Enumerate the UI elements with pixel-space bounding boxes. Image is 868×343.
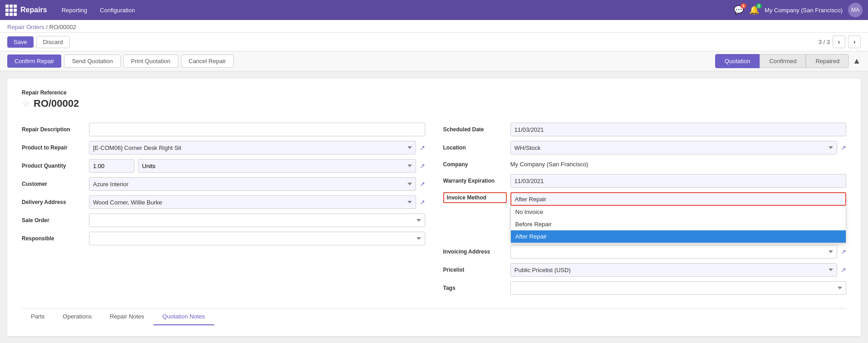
send-quotation-button[interactable]: Send Quotation (64, 55, 120, 68)
grid-icon (5, 5, 17, 16)
warranty-expiration-row: Warranty Expiration (443, 172, 847, 190)
pricelist-select[interactable]: Public Pricelist (USD) (510, 263, 838, 277)
unit-external-link-icon[interactable]: ↗ (420, 162, 425, 169)
delivery-address-row: Delivery Address Wood Corner, Willie Bur… (22, 193, 425, 211)
notifications-badge: 5 (740, 3, 746, 9)
breadcrumb-parent[interactable]: Repair Orders (7, 24, 44, 30)
tab-repair-notes[interactable]: Repair Notes (101, 308, 153, 325)
product-qty-input[interactable] (89, 159, 134, 173)
invoice-method-label: Invoice Method (443, 192, 507, 203)
repair-description-row: Repair Description (22, 120, 425, 139)
avatar[interactable]: MA (848, 3, 863, 17)
location-external-link-icon[interactable]: ↗ (841, 144, 846, 151)
invoicing-address-row: Invoicing Address ↗ (443, 243, 847, 261)
repair-ref-number: RO/00002 (34, 98, 79, 109)
product-to-repair-select[interactable]: [E-COM06] Corner Desk Right Sit (89, 141, 416, 154)
pagination: 3 / 3 ‹ › (819, 35, 861, 48)
app-brand[interactable]: Repairs (5, 5, 47, 16)
save-toolbar: Save Discard 3 / 3 ‹ › (0, 33, 868, 51)
company-name: My Company (San Francisco) (765, 7, 843, 14)
tabs-area: Parts Operations Repair Notes Quotation … (22, 308, 846, 325)
invoice-method-row: Invoice Method After Repair No Invoice B… (443, 190, 847, 208)
pricelist-external-link-icon[interactable]: ↗ (841, 266, 846, 273)
location-label: Location (443, 144, 507, 151)
form-left-column: Repair Description Product to Repair [E-… (22, 120, 425, 297)
print-quotation-button[interactable]: Print Quotation (123, 55, 178, 68)
tab-operations[interactable]: Operations (54, 308, 101, 325)
location-row: Location WH/Stock ↗ (443, 139, 847, 157)
company-value: My Company (San Francisco) (510, 159, 847, 169)
invoice-option-no-invoice[interactable]: No Invoice (511, 206, 846, 218)
delivery-external-link-icon[interactable]: ↗ (420, 199, 425, 206)
customer-external-link-icon[interactable]: ↗ (420, 180, 425, 188)
sale-order-select[interactable] (89, 214, 425, 227)
warranty-expiration-input[interactable] (510, 174, 847, 188)
customer-select[interactable]: Azure Interior (89, 177, 416, 191)
messages-badge: 2 (756, 3, 762, 9)
repair-description-input[interactable] (89, 123, 425, 136)
breadcrumb-area: Repair Orders / RO/00002 (0, 20, 868, 33)
pricelist-label: Pricelist (443, 267, 507, 273)
product-unit-select[interactable]: Units (138, 159, 416, 173)
main-content: Repair Reference ☆ RO/00002 Repair Descr… (0, 71, 868, 343)
invoicing-address-label: Invoicing Address (443, 249, 507, 255)
status-steps: Quotation Confirmed Repaired ▲ (715, 54, 861, 68)
responsible-row: Responsible (22, 229, 425, 248)
tab-quotation-notes[interactable]: Quotation Notes (153, 308, 214, 325)
tags-label: Tags (443, 285, 507, 291)
scheduled-date-row: Scheduled Date (443, 120, 847, 139)
delivery-address-label: Delivery Address (22, 199, 85, 205)
pagination-next[interactable]: › (848, 35, 861, 48)
cancel-repair-button[interactable]: Cancel Repair (181, 55, 234, 68)
navbar-reporting[interactable]: Reporting (56, 4, 93, 16)
status-step-repaired[interactable]: Repaired (806, 54, 849, 68)
favorite-star-icon[interactable]: ☆ (22, 98, 30, 109)
breadcrumb-separator: / (46, 24, 49, 30)
responsible-select[interactable] (89, 232, 425, 245)
avatar-initials: MA (851, 7, 859, 13)
invoicing-address-external-link-icon[interactable]: ↗ (841, 248, 846, 255)
scroll-up-icon[interactable]: ▲ (853, 56, 861, 66)
invoice-method-wrapper: After Repair No Invoice Before Repair Af… (510, 192, 847, 206)
confirm-repair-button[interactable]: Confirm Repair (7, 55, 61, 68)
app-name: Repairs (20, 6, 47, 14)
product-to-repair-label: Product to Repair (22, 144, 85, 151)
scheduled-date-input[interactable] (510, 123, 847, 136)
pagination-prev[interactable]: ‹ (833, 35, 845, 48)
invoicing-address-select[interactable] (510, 245, 838, 258)
breadcrumb: Repair Orders / RO/00002 (7, 24, 861, 30)
status-step-confirmed[interactable]: Confirmed (760, 54, 806, 68)
tags-select[interactable] (510, 281, 847, 295)
invoice-method-select[interactable]: After Repair (510, 192, 847, 206)
form-right-column: Scheduled Date Location WH/Stock ↗ Compa… (443, 120, 847, 297)
company-label: Company (443, 161, 507, 168)
company-row: Company My Company (San Francisco) (443, 157, 847, 172)
customer-row: Customer Azure Interior ↗ (22, 175, 425, 193)
messages-icon[interactable]: 🔔 2 (749, 5, 759, 15)
form-card: Repair Reference ☆ RO/00002 Repair Descr… (7, 79, 861, 336)
navbar-configuration[interactable]: Configuration (94, 4, 140, 16)
status-step-quotation[interactable]: Quotation (715, 54, 760, 68)
product-quantity-row: Product Quantity Units ↗ (22, 157, 425, 175)
navbar-right: 💬 5 🔔 2 My Company (San Francisco) MA (734, 3, 863, 17)
product-external-link-icon[interactable]: ↗ (420, 144, 425, 151)
breadcrumb-current: RO/00002 (49, 24, 76, 30)
save-button[interactable]: Save (7, 36, 34, 48)
tags-row: Tags (443, 279, 847, 297)
notifications-icon[interactable]: 💬 5 (734, 5, 744, 15)
invoice-option-before-repair[interactable]: Before Repair (511, 218, 846, 230)
delivery-address-select[interactable]: Wood Corner, Willie Burke (89, 195, 416, 209)
warranty-expiration-label: Warranty Expiration (443, 178, 507, 184)
product-quantity-label: Product Quantity (22, 163, 85, 169)
tab-parts[interactable]: Parts (22, 308, 54, 325)
sale-order-row: Sale Order (22, 211, 425, 229)
invoice-option-after-repair[interactable]: After Repair (511, 230, 846, 243)
location-select[interactable]: WH/Stock (510, 141, 838, 154)
repair-reference-title: ☆ RO/00002 (22, 98, 846, 109)
scheduled-date-label: Scheduled Date (443, 126, 507, 133)
discard-button[interactable]: Discard (36, 36, 70, 48)
pricelist-row: Pricelist Public Pricelist (USD) ↗ (443, 261, 847, 279)
sale-order-label: Sale Order (22, 217, 85, 224)
navbar-menu: Reporting Configuration (56, 4, 141, 16)
action-toolbar: Confirm Repair Send Quotation Print Quot… (0, 51, 868, 71)
